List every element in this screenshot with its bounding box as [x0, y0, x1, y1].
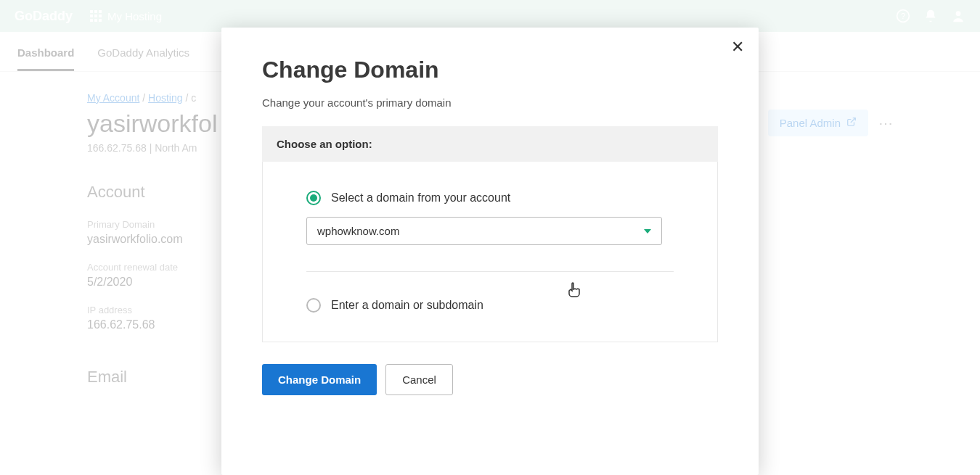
radio-select-label: Select a domain from your account	[331, 191, 510, 205]
modal-actions: Change Domain Cancel	[221, 364, 759, 417]
divider	[306, 271, 674, 272]
cancel-button[interactable]: Cancel	[385, 364, 453, 395]
modal-overlay[interactable]: ✕ Change Domain Change your account's pr…	[0, 0, 980, 475]
option-body: Select a domain from your account wphowk…	[262, 162, 718, 342]
radio-enter-domain[interactable]: Enter a domain or subdomain	[306, 298, 674, 313]
radio-selected-icon	[306, 191, 321, 205]
modal-title: Change Domain	[262, 57, 718, 83]
domain-dropdown[interactable]: wphowknow.com	[306, 217, 662, 245]
change-domain-button[interactable]: Change Domain	[262, 364, 377, 395]
change-domain-modal: ✕ Change Domain Change your account's pr…	[221, 28, 759, 475]
close-icon: ✕	[731, 38, 744, 56]
close-button[interactable]: ✕	[731, 38, 744, 57]
chevron-down-icon	[644, 229, 651, 234]
radio-select-domain[interactable]: Select a domain from your account	[306, 191, 674, 205]
choose-option-header: Choose an option:	[262, 126, 718, 162]
radio-enter-label: Enter a domain or subdomain	[331, 299, 483, 312]
modal-subtitle: Change your account's primary domain	[262, 96, 718, 109]
selected-domain: wphowknow.com	[317, 225, 399, 237]
radio-unselected-icon	[306, 298, 321, 313]
